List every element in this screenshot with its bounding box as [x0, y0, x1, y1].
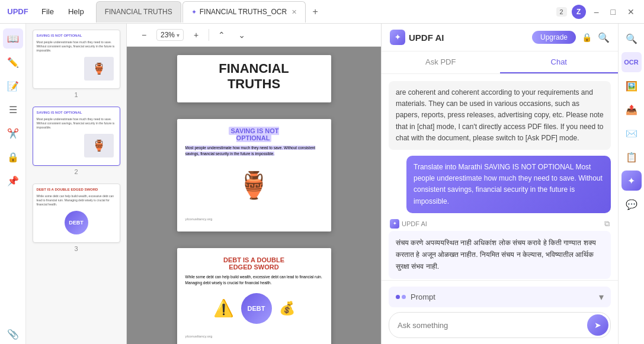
zoom-in-button[interactable]: +	[188, 27, 204, 43]
version-badge: 2	[556, 7, 567, 17]
pdf-page2-title: SAVING IS NOTOPTIONAL	[229, 127, 278, 142]
sidebar-icon-cut[interactable]: ✂️	[3, 123, 23, 143]
zoom-display: 23% ▾	[156, 29, 184, 41]
ai-label-icon: ✦	[390, 219, 399, 229]
thumb-text-1: Most people underestimate how much they …	[37, 40, 116, 53]
sidebar-icon-organize[interactable]: ☰	[3, 99, 23, 120]
ask-input[interactable]	[389, 316, 585, 335]
pdf-page2-highlighted-text: Most people underestimate how much they …	[185, 146, 316, 156]
thumb-pagenum-1: 1	[74, 91, 78, 98]
ask-input-row: ➤	[389, 312, 611, 338]
page-down-button[interactable]: ⌃	[234, 27, 249, 43]
thumbnail-page-3[interactable]: DEBT IS A DOUBLE EDGED SWORD While some …	[31, 184, 121, 252]
right-icon-chat[interactable]: 💬	[621, 194, 642, 214]
lock-icon: 🔒	[582, 33, 592, 42]
right-icon-search[interactable]: 🔍	[621, 28, 642, 49]
ai-label-left: ✦ UPDF AI	[390, 219, 427, 229]
send-button[interactable]: ➤	[587, 314, 608, 336]
user-message: Translate into Marathi SAVING IS NOT OPT…	[406, 156, 611, 213]
right-icon-ai[interactable]: ✦	[621, 171, 642, 191]
thumb-image-2: 🏺	[84, 134, 114, 157]
prompt-dropdown-icon[interactable]: ▾	[599, 291, 604, 303]
page-up-button[interactable]: ⌃	[214, 27, 229, 43]
ai-label-text: UPDF AI	[402, 220, 427, 227]
right-icon-ocr[interactable]: OCR	[621, 52, 642, 72]
search-icon[interactable]: 🔍	[598, 32, 610, 43]
zoom-dropdown-arrow[interactable]: ▾	[177, 32, 180, 38]
thumb-card-3[interactable]: DEBT IS A DOUBLE EDGED SWORD While some …	[33, 184, 120, 243]
thumb-card-1[interactable]: SAVING IS NOT OPTIONAL Most people under…	[33, 30, 120, 89]
tabs-area: FINANCIAL TRUTHS ✦ FINANCIAL TRUTHS_OCR …	[96, 1, 556, 22]
sidebar-icon-security[interactable]: 🔒	[3, 147, 23, 167]
pdf-page2-title-highlight: SAVING IS NOTOPTIONAL	[229, 127, 278, 142]
sidebar-icon-edit[interactable]: 📖	[3, 28, 23, 49]
upgrade-button[interactable]: Upgrade	[532, 31, 576, 44]
ocr-icon: ✦	[191, 8, 197, 16]
pdf-toolbar: − 23% ▾ + ⌃ ⌃	[127, 24, 381, 47]
prompt-label: Prompt	[411, 292, 435, 301]
menu-bar: File Help	[36, 5, 90, 18]
sidebar-icon-annotate[interactable]: ✏️	[3, 52, 23, 72]
pdf-page-3: DEBT IS A DOUBLEEDGED SWORD While some d…	[177, 248, 331, 344]
titlebar: UPDF File Help FINANCIAL TRUTHS ✦ FINANC…	[0, 0, 644, 24]
ai-header-right: Upgrade 🔒 🔍	[532, 31, 610, 44]
ai-message-wrap: ✦ UPDF AI ⧉ संचय करणे अपव्ययस्थित नाही अ…	[389, 219, 611, 280]
ai-logo-icon: ✦	[390, 30, 405, 45]
pdf-page2-body: Most people underestimate how much they …	[185, 145, 323, 157]
prompt-dot-2	[402, 295, 406, 299]
thumbnail-page-1[interactable]: SAVING IS NOT OPTIONAL Most people under…	[31, 30, 121, 98]
zoom-level: 23%	[161, 31, 175, 39]
prompt-dot-1	[396, 295, 400, 299]
debt-badge: DEBT	[65, 211, 88, 234]
left-sidebar: 📖 ✏️ 📝 ☰ ✂️ 🔒 📌 📎	[0, 24, 26, 344]
system-message: are coherent and coherent according to y…	[389, 81, 611, 150]
ai-chat-area: are coherent and coherent according to y…	[382, 74, 618, 280]
toolbar-divider	[209, 29, 209, 41]
copy-icon[interactable]: ⧉	[604, 219, 610, 229]
maximize-button[interactable]: □	[607, 7, 619, 17]
pdf-page-title: FINANCIALTRUTHS	[177, 55, 331, 102]
coin-jar-image: 🏺	[230, 162, 278, 209]
sidebar-icon-forms[interactable]: 📝	[3, 76, 23, 96]
tab-ask-pdf[interactable]: Ask PDF	[382, 52, 500, 73]
thumb-pagenum-3: 3	[74, 245, 78, 252]
thumbnail-page-2[interactable]: SAVING IS NOT OPTIONAL Most people under…	[31, 107, 121, 175]
minimize-button[interactable]: –	[591, 7, 603, 17]
thumb-title-3: DEBT IS A DOUBLE EDGED SWORD	[37, 188, 116, 192]
ai-tabs: Ask PDF Chat	[382, 52, 618, 74]
thumb-title-2: SAVING IS NOT OPTIONAL	[37, 111, 116, 115]
tab-close-button[interactable]: ✕	[291, 8, 297, 16]
thumb-text-2: Most people underestimate how much they …	[37, 117, 116, 130]
sidebar-icon-bookmark[interactable]: 📌	[3, 171, 23, 191]
menu-help[interactable]: Help	[62, 5, 90, 18]
main-area: 📖 ✏️ 📝 ☰ ✂️ 🔒 📌 📎 SAVING IS NOT OPTIONAL…	[0, 24, 644, 344]
debt-image-badge: DEBT	[241, 293, 272, 324]
new-tab-button[interactable]: +	[307, 4, 323, 20]
right-icon-share[interactable]: 📤	[621, 99, 642, 120]
tab-financial-truths[interactable]: FINANCIAL TRUTHS	[96, 1, 181, 22]
avatar[interactable]: Z	[572, 5, 586, 19]
tab-label: FINANCIAL TRUTHS_OCR	[200, 8, 287, 16]
thumb-card-2[interactable]: SAVING IS NOT OPTIONAL Most people under…	[33, 107, 120, 166]
prompt-bar[interactable]: Prompt ▾	[389, 287, 611, 307]
thumbnail-panel: SAVING IS NOT OPTIONAL Most people under…	[26, 24, 127, 344]
ai-message-body: संचय करणे अपव्ययस्थित नाही अधिकांश लोक स…	[389, 231, 611, 279]
tab-financial-truths-ocr[interactable]: ✦ FINANCIAL TRUTHS_OCR ✕	[182, 1, 306, 22]
titlebar-right: 2 Z – □ ✕	[556, 5, 644, 19]
close-button[interactable]: ✕	[624, 7, 638, 17]
pdf-page3-title: DEBT IS A DOUBLEEDGED SWORD	[223, 256, 284, 271]
ai-title: UPDF AI	[409, 33, 444, 43]
right-icon-image[interactable]: 🖼️	[621, 76, 642, 96]
right-icon-clipboard[interactable]: 📋	[621, 147, 642, 167]
prompt-dots-icon	[396, 295, 406, 299]
ai-header: ✦ UPDF AI Upgrade 🔒 🔍	[382, 24, 618, 52]
pdf-title-text: FINANCIALTRUTHS	[219, 61, 289, 92]
right-icon-mail[interactable]: ✉️	[621, 123, 642, 143]
zoom-out-button[interactable]: −	[136, 27, 152, 43]
thumb-image-1: 🏺	[84, 57, 114, 81]
site-link-2: ylconusltancy.org	[185, 217, 323, 221]
tab-chat[interactable]: Chat	[500, 52, 619, 73]
sidebar-icon-attachment[interactable]: 📎	[3, 324, 23, 344]
menu-file[interactable]: File	[36, 5, 60, 18]
dollar-icon: 💰	[279, 301, 295, 316]
